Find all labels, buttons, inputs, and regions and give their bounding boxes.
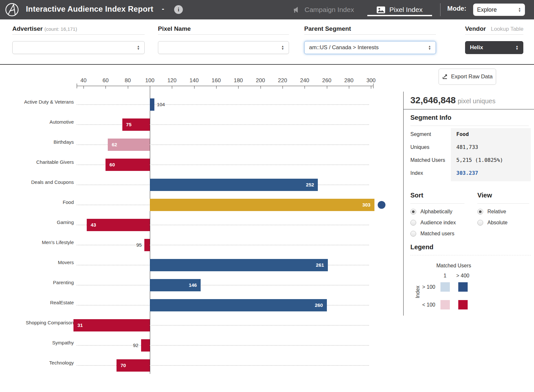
- legend-swatch-high-high: [458, 282, 468, 292]
- sort-title: Sort: [410, 192, 423, 199]
- divider: [410, 255, 531, 255]
- x-axis-tick: [83, 86, 84, 89]
- bar-value-automotive: 75: [126, 122, 132, 128]
- pixel-name-select[interactable]: ▲▼: [158, 41, 289, 54]
- legend-row-label: < 100: [413, 302, 435, 308]
- advertiser-select[interactable]: ▲▼: [12, 41, 145, 54]
- category-label-deals-and-coupons: Deals and Coupons: [0, 179, 74, 185]
- bar-value-men-s-lifestyle: 95: [136, 242, 142, 248]
- bar-shopping-comparison[interactable]: [73, 319, 150, 331]
- legend-col-label: > 400: [453, 273, 473, 279]
- view-option-relative[interactable]: Relative: [477, 209, 506, 215]
- bar-movers[interactable]: [150, 259, 328, 271]
- bar-realestate[interactable]: [150, 299, 327, 311]
- x-axis-tick-label: 120: [162, 77, 182, 84]
- radio-icon[interactable]: [410, 209, 416, 215]
- legend-swatch-low-high: [440, 282, 450, 292]
- sort-option-audience-index[interactable]: Audience index: [410, 220, 456, 226]
- tab-label: Campaign Index: [305, 6, 354, 14]
- parent-segment-select-value: am::US / Canada > Interests: [309, 44, 379, 51]
- radio-icon[interactable]: [477, 209, 483, 215]
- bar-deals-and-coupons[interactable]: [150, 179, 318, 191]
- legend-index-axis-label: Index: [415, 285, 421, 299]
- category-label-food: Food: [0, 199, 74, 205]
- info-icon[interactable]: i: [174, 5, 183, 14]
- x-axis-tick-label: 200: [251, 77, 270, 84]
- x-axis-tick-label: 220: [273, 77, 292, 84]
- x-axis-tick: [216, 86, 217, 89]
- x-axis-tick: [305, 86, 305, 89]
- x-axis-tick: [150, 86, 150, 89]
- stepper-icon: ▲▼: [516, 45, 518, 50]
- divider: [158, 34, 289, 35]
- radio-label: Audience index: [420, 220, 456, 226]
- image-icon: [376, 6, 385, 14]
- bar-value-sympathy: 92: [133, 342, 139, 348]
- baseline-100: [150, 86, 150, 374]
- divider: [465, 34, 523, 35]
- x-axis-tick: [327, 86, 327, 89]
- x-axis-tick-label: 40: [74, 77, 93, 84]
- x-axis-tick: [283, 86, 283, 89]
- x-axis-tick-label: 60: [96, 77, 115, 84]
- x-axis-tick: [349, 86, 349, 89]
- radio-icon[interactable]: [477, 220, 483, 226]
- export-icon: [442, 74, 448, 80]
- legend-swatch-high-low: [458, 300, 468, 309]
- sort-option-alphabetically[interactable]: Alphabetically: [410, 209, 452, 215]
- pixel-uniques-label: pixel uniques: [458, 97, 495, 105]
- x-axis-tick: [371, 86, 371, 89]
- radio-icon[interactable]: [410, 220, 416, 226]
- radio-label: Alphabetically: [420, 209, 452, 215]
- tab-campaign-index[interactable]: Campaign Index: [293, 0, 354, 19]
- row-gridline: [77, 104, 369, 105]
- x-axis-tick-label: 260: [317, 77, 337, 84]
- row-gridline: [77, 245, 369, 245]
- bar-value-realestate: 260: [315, 302, 323, 308]
- advertiser-count: (count: 16,171): [44, 26, 77, 32]
- bar-value-deals-and-coupons: 252: [306, 182, 314, 188]
- parent-segment-select[interactable]: am::US / Canada > Interests ▲▼: [304, 41, 436, 54]
- category-label-gaming: Gaming: [0, 219, 74, 225]
- app-header: Interactive Audience Index Report - i Ca…: [0, 0, 534, 19]
- x-axis-tick: [128, 86, 128, 89]
- category-label-shopping-comparison: Shopping Comparison: [0, 320, 74, 326]
- x-axis-tick-label: 280: [339, 77, 359, 84]
- bar-value-birthdays: 62: [112, 142, 117, 148]
- stepper-icon: ▲▼: [281, 45, 284, 50]
- bar-food[interactable]: [150, 199, 374, 211]
- stepper-icon: ▲▼: [137, 45, 140, 50]
- tab-pixel-index[interactable]: Pixel Index: [376, 0, 423, 19]
- bar-value-parenting: 146: [189, 282, 197, 288]
- x-axis-tick: [238, 86, 239, 89]
- bar-value-shopping-comparison: 31: [77, 322, 83, 328]
- x-axis-tick: [172, 86, 172, 89]
- view-option-absolute[interactable]: Absolute: [477, 220, 507, 226]
- bar-value-gaming: 43: [91, 222, 96, 228]
- segment-row-label: Uniques: [410, 144, 429, 150]
- x-axis-tick-label: 80: [118, 77, 138, 84]
- divider: [12, 34, 145, 35]
- sort-option-matched-users[interactable]: Matched users: [410, 231, 454, 237]
- vendor-select[interactable]: Helix ▲▼: [465, 41, 523, 54]
- x-axis-tick: [106, 86, 106, 89]
- x-axis-tick-label: 180: [228, 77, 248, 84]
- radio-icon[interactable]: [410, 231, 416, 237]
- bar-active-duty-veterans[interactable]: [150, 98, 154, 111]
- x-axis-tick: [194, 86, 195, 89]
- lookup-table-link[interactable]: Lookup Table: [491, 26, 524, 32]
- export-raw-data-button[interactable]: Export Raw Data: [439, 69, 496, 85]
- bar-sympathy[interactable]: [141, 339, 150, 352]
- parent-segment-label: Parent Segment: [304, 25, 351, 32]
- vendor-label: Vendor Lookup Table: [465, 25, 524, 32]
- bar-men-s-lifestyle[interactable]: [144, 239, 150, 251]
- category-label-sympathy: Sympathy: [0, 340, 74, 346]
- segment-row-label: Index: [410, 170, 423, 176]
- bar-gaming[interactable]: [87, 219, 150, 231]
- bar-value-active-duty-veterans: 104: [157, 102, 165, 107]
- mode-label: Mode:: [447, 5, 466, 12]
- segment-row-value: Food: [456, 131, 469, 137]
- row-gridline: [77, 285, 369, 286]
- segment-row-value-index: 303.237: [456, 170, 478, 176]
- mode-select[interactable]: Explore ▲▼: [473, 4, 525, 16]
